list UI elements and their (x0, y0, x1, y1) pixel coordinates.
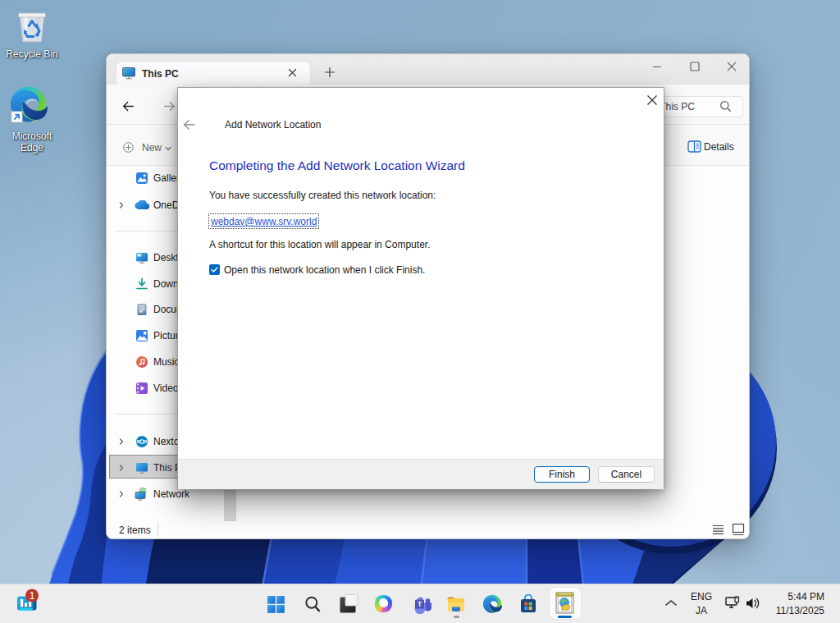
svg-text:T: T (418, 600, 422, 608)
